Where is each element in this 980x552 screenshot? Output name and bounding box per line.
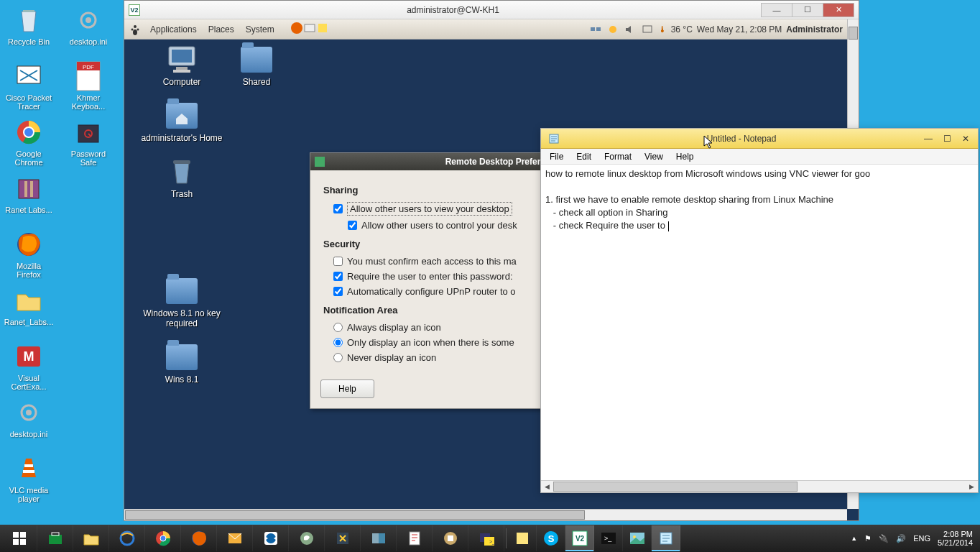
menu-help[interactable]: Help	[670, 150, 700, 163]
taskbar-app5[interactable]	[433, 525, 468, 551]
taskbar-photos[interactable]	[623, 525, 652, 551]
scroll-left-arrow-icon[interactable]: ◀	[541, 481, 553, 492]
help-button[interactable]: Help	[320, 380, 374, 398]
menu-file[interactable]: File	[544, 150, 569, 163]
taskbar-skype[interactable]: S	[537, 525, 565, 551]
scrollbar-thumb[interactable]	[849, 27, 858, 40]
taskbar-outlook[interactable]	[217, 525, 253, 551]
scrollbar-thumb[interactable]	[553, 482, 798, 492]
gnome-icon-trash[interactable]: Trash	[139, 156, 225, 199]
gnome-icon-label: Computer	[163, 77, 201, 87]
taskbar-app3[interactable]	[361, 525, 397, 551]
gnome-icon-home[interactable]: administrator's Home	[139, 100, 225, 143]
notepad-window: Untitled - Notepad — ☐ ✕ File Edit Forma…	[540, 128, 979, 493]
minimize-button[interactable]: —	[919, 132, 938, 145]
taskbar-app4[interactable]	[397, 525, 433, 551]
desktop-icon-chrome[interactable]: Google Chrome	[3, 115, 55, 170]
temperature-icon: 🌡	[658, 24, 667, 34]
menu-format[interactable]: Format	[598, 150, 637, 163]
svg-point-23	[133, 29, 137, 35]
desktop-icon-firefox[interactable]: Mozilla Firefox	[3, 227, 55, 282]
taskbar-teamviewer[interactable]	[253, 525, 289, 551]
system-menu[interactable]: System	[240, 24, 280, 34]
minimize-button[interactable]: —	[761, 3, 792, 17]
desktop-icon-ini2[interactable]: desktop.ini	[63, 3, 114, 58]
maximize-button[interactable]: ☐	[792, 3, 823, 17]
icon-label: Recycle Bin	[8, 37, 50, 46]
allow-view-checkbox[interactable]	[333, 204, 343, 213]
chrome-icon	[13, 116, 45, 148]
notepad-titlebar[interactable]: Untitled - Notepad — ☐ ✕	[541, 129, 978, 149]
svg-point-22	[137, 28, 139, 30]
maximize-button[interactable]: ☐	[938, 132, 956, 145]
gnome-icon-win81[interactable]: Windows 8.1 no key required	[139, 275, 225, 328]
taskbar-ie[interactable]	[109, 525, 145, 551]
desktop-icon-pwsafe[interactable]: Password Safe	[63, 115, 114, 170]
desktop-icon-vlc[interactable]: VLC media player	[3, 451, 55, 506]
desktop-icon-ranet[interactable]: Ranet Labs...	[3, 171, 55, 226]
confirm-access-checkbox[interactable]	[333, 257, 343, 266]
action-center-icon[interactable]: ⚑	[864, 534, 872, 543]
close-button[interactable]: ✕	[956, 132, 975, 145]
svg-point-67	[633, 535, 636, 538]
gnome-foot-icon[interactable]	[129, 23, 142, 36]
taskbar-explorer[interactable]	[73, 525, 109, 551]
allow-control-checkbox[interactable]	[348, 221, 357, 230]
icon-label: Cisco Packet Tracer	[4, 93, 53, 111]
taskbar-cmd[interactable]: >_	[594, 525, 623, 551]
only-icon-radio[interactable]	[333, 338, 343, 347]
note-launcher-icon[interactable]	[316, 22, 329, 37]
network-icon[interactable]	[589, 23, 602, 36]
volume-icon[interactable]: 🔊	[896, 534, 906, 543]
volume-icon[interactable]	[624, 23, 637, 36]
gnome-icon-label: Windows 8.1 no key required	[139, 308, 225, 328]
firefox-launcher-icon[interactable]	[290, 22, 303, 37]
menu-view[interactable]: View	[639, 150, 669, 163]
allow-control-label: Allow other users to control your desk	[361, 220, 517, 231]
clock[interactable]: 2:08 PM5/21/2014	[938, 530, 973, 547]
places-menu[interactable]: Places	[203, 24, 240, 34]
desktop-icon-ini1[interactable]: desktop.ini	[3, 395, 55, 450]
display-icon[interactable]	[641, 23, 654, 36]
gnome-icon-shared[interactable]: Shared	[235, 44, 278, 87]
datetime[interactable]: Wed May 21, 2:08 PM	[697, 24, 782, 34]
desktop-icon-recycle-bin[interactable]: Recycle Bin	[3, 3, 55, 58]
upnp-checkbox[interactable]	[333, 287, 343, 296]
desktop-icon-khmer[interactable]: PDFKhmer Keyboa...	[63, 59, 114, 114]
scroll-right-arrow-icon[interactable]: ▶	[966, 481, 978, 492]
desktop-icon-cisco[interactable]: Cisco Packet Tracer	[3, 59, 55, 114]
taskbar-chrome[interactable]	[145, 525, 181, 551]
menu-edit[interactable]: Edit	[570, 150, 597, 163]
taskbar-sticky[interactable]	[508, 525, 537, 551]
mail-launcher-icon[interactable]	[303, 22, 316, 37]
vnc-titlebar[interactable]: V2 administrator@CW-KH1 — ☐ ✕	[124, 1, 859, 19]
weather-icon[interactable]	[606, 23, 619, 36]
taskbar-store[interactable]	[37, 525, 73, 551]
taskbar-putty[interactable]: >_	[468, 525, 504, 551]
taskbar-app1[interactable]	[289, 525, 325, 551]
taskbar-notepad[interactable]	[652, 525, 680, 551]
language-indicator[interactable]: ENG	[913, 534, 930, 543]
taskbar-firefox[interactable]	[181, 525, 217, 551]
notepad-textarea[interactable]: how to remote linux desktop from Microso…	[541, 165, 978, 480]
icon-label: Google Chrome	[4, 150, 53, 167]
show-hidden-icon[interactable]: ▲	[851, 535, 857, 542]
require-password-checkbox[interactable]	[333, 272, 343, 281]
user-menu[interactable]: Administrator	[786, 24, 843, 34]
gnome-icon-computer[interactable]: Computer	[139, 44, 225, 87]
never-icon-radio[interactable]	[333, 353, 343, 362]
scrollbar-thumb[interactable]	[125, 510, 585, 520]
notepad-horizontal-scrollbar[interactable]: ◀ ▶	[541, 480, 978, 492]
applications-menu[interactable]: Applications	[144, 24, 203, 34]
always-icon-radio[interactable]	[333, 323, 343, 332]
close-button[interactable]: ✕	[823, 3, 854, 17]
power-icon[interactable]: 🔌	[879, 534, 889, 543]
vnc-horizontal-scrollbar[interactable]	[124, 509, 847, 520]
gnome-icon-wins81[interactable]: Wins 8.1	[139, 341, 225, 385]
desktop-icon-ranet2[interactable]: Ranet_Labs...	[3, 283, 55, 338]
start-button[interactable]	[1, 525, 37, 551]
packet-tracer-icon	[13, 60, 45, 92]
taskbar-vnc[interactable]: V2	[565, 525, 594, 551]
taskbar-app2[interactable]	[325, 525, 361, 551]
desktop-icon-visual-certexam[interactable]: MVisual CertExa...	[3, 339, 55, 394]
